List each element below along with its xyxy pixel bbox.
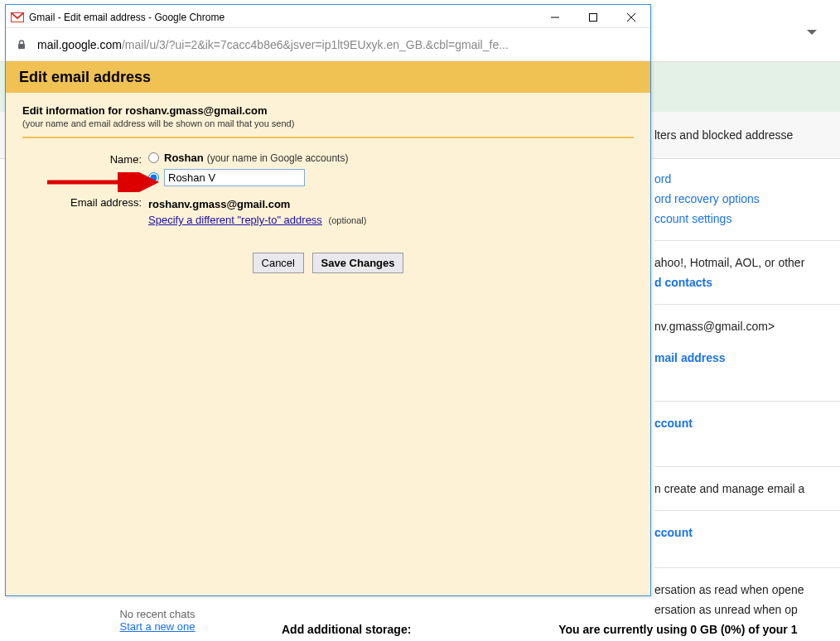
name-radio-custom[interactable] [148,169,634,186]
address-bar[interactable]: mail.google.com/mail/u/3/?ui=2&ik=7cacc4… [6,28,650,61]
svg-rect-5 [18,44,25,49]
account-settings-link[interactable]: ccount settings [654,212,731,225]
edit-email-dialog: Edit email address Edit information for … [6,61,650,595]
gmail-icon [11,11,24,24]
window-title: Gmail - Edit email address - Google Chro… [29,12,224,23]
cancel-button[interactable]: Cancel [253,253,304,273]
add-email-address-link[interactable]: mail address [654,351,726,364]
storage-section: Add additional storage: You are currentl… [282,623,797,641]
url-path: /mail/u/3/?ui=2&ik=7cacc4b8e6&jsver=ip1l… [122,38,509,51]
specify-reply-to-link[interactable]: Specify a different "reply-to" address [148,214,322,226]
email-row: Email address: roshanv.gmass@gmail.com S… [22,193,634,226]
password-recovery-link[interactable]: ord recovery options [654,192,760,205]
name-radio-custom-input[interactable] [148,172,159,183]
minimize-button[interactable] [536,6,574,29]
name-radio-default[interactable]: Roshan (your name in Google accounts) [148,152,634,164]
optional-label: (optional) [329,215,367,225]
name-radio-default-sub: (your name in Google accounts) [207,152,349,164]
popup-window: Gmail - Edit email address - Google Chro… [5,4,651,596]
conversation-read-text: ersation as read when opene [654,583,804,596]
window-controls [536,6,650,29]
edit-info-subtext: (your name and email address will be sho… [22,118,634,128]
chevron-down-icon[interactable] [807,30,817,35]
lock-icon [16,39,27,51]
create-manage-text: n create and manage email a [654,482,804,495]
dialog-buttons: Cancel Save Changes [22,253,634,273]
no-recent-chats-text: No recent chats [58,608,257,620]
send-as-email-text: nv.gmass@gmail.com> [654,320,775,333]
edit-info-heading: Edit information for roshanv.gmass@gmail… [22,104,634,117]
dialog-title: Edit email address [6,61,650,93]
email-label: Email address: [22,193,148,209]
import-mail-contacts-link[interactable]: d contacts [654,276,712,289]
save-changes-button[interactable]: Save Changes [312,253,404,273]
name-label: Name: [22,150,148,166]
window-titlebar[interactable]: Gmail - Edit email address - Google Chro… [6,5,650,28]
conversation-unread-text: ersation as unread when op [654,603,798,616]
name-radio-default-label: Roshan [164,152,204,164]
storage-usage-text: You are currently using 0 GB (0%) of you… [558,623,797,636]
add-account-link-1[interactable]: ccount [654,417,693,430]
add-account-link-2[interactable]: ccount [654,526,693,539]
name-input[interactable] [164,169,305,186]
name-radio-default-input[interactable] [148,152,159,163]
tab-filters-blocked[interactable]: lters and blocked addresse [654,128,793,142]
url-text: mail.google.com/mail/u/3/?ui=2&ik=7cacc4… [37,38,509,51]
svg-rect-2 [590,13,597,21]
close-button[interactable] [612,6,650,29]
divider [22,137,634,138]
url-host: mail.google.com [37,38,122,51]
start-new-chat-link[interactable]: Start a new one [119,620,195,633]
add-storage-label: Add additional storage: [282,623,411,636]
chats-panel: No recent chats Start a new one [58,608,257,641]
other-providers-text: ahoo!, Hotmail, AOL, or other [654,256,804,269]
email-value: roshanv.gmass@gmail.com [148,195,634,210]
change-password-link[interactable]: ord [654,172,671,186]
maximize-button[interactable] [574,6,612,29]
name-row: Name: Roshan (your name in Google accoun… [22,150,634,191]
